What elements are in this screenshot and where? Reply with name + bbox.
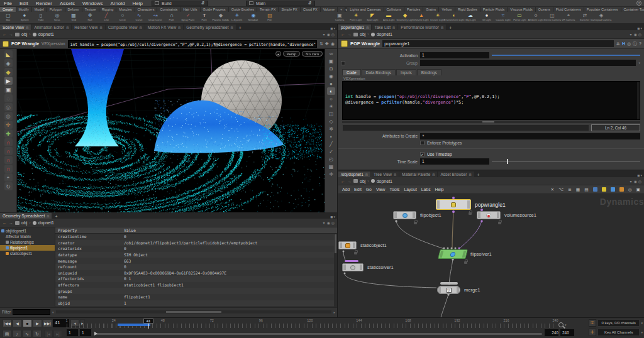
scene-main-dropdown[interactable]: Main ⇵	[246, 1, 315, 6]
help-icon[interactable]: ?	[639, 41, 641, 46]
code-hscrollbar[interactable]	[342, 121, 640, 123]
snap-grid-icon[interactable]: ∩	[4, 138, 13, 146]
net-wrench-icon[interactable]: ✕	[551, 187, 555, 192]
net-find-icon[interactable]: ◎	[628, 187, 632, 192]
close-tab-icon[interactable]: ⊠	[441, 26, 443, 30]
node-label-staticobject1[interactable]: staticobject1	[360, 243, 387, 248]
table-row[interactable]: creatoridx0	[55, 246, 337, 252]
folder-tab-data-bindings[interactable]: Data Bindings	[362, 69, 396, 75]
magnifier-icon[interactable]: ◎	[627, 41, 631, 46]
opbar-buttons[interactable]: ⇅✚◉	[319, 41, 335, 46]
snap-combo-icon[interactable]: ∩	[4, 165, 13, 173]
shelf-tool-platonic-solids[interactable]: ◆Platonic Solids	[213, 12, 229, 23]
shelf-tab-lights-and-cameras[interactable]: Lights and Cameras	[347, 7, 384, 12]
node-label-staticsolver1[interactable]: staticsolver1	[367, 264, 394, 270]
shelf-tool-gi-light[interactable]: ●GI Light	[479, 12, 495, 23]
shelf-tab-muscles[interactable]: Muscles	[116, 7, 135, 12]
shelf-tab-particle-fluids[interactable]: Particle Fluids	[480, 7, 508, 12]
node-label-flipobject1[interactable]: flipobject1	[420, 212, 441, 218]
shelf-tab-populate-containers[interactable]: Populate Containers	[584, 7, 621, 12]
shelf-tab-guide-process[interactable]: Guide Process	[201, 7, 229, 12]
timeline-zoom-widget[interactable]: ▾	[558, 320, 574, 329]
table-row[interactable]: nameflipobject1	[55, 294, 337, 300]
shelf-tab-container-tools[interactable]: Container Tools	[621, 7, 644, 12]
sceneview-tab-animation-editor[interactable]: Animation Editor⊠	[31, 25, 71, 30]
time-scale-field[interactable]: 1	[420, 158, 489, 165]
node-left-flag[interactable]	[438, 287, 441, 293]
snapshot-icon[interactable]: ▣	[327, 57, 335, 65]
code-vscrollbar[interactable]	[637, 82, 640, 119]
shelf-tab-rigid-bodies[interactable]: Rigid Bodies	[455, 7, 480, 12]
path-dopnet1[interactable]: dopnet1	[38, 221, 54, 225]
netmenu-view[interactable]: View	[376, 187, 386, 192]
range-end2-field[interactable]: 240	[560, 329, 574, 336]
shelf-tool-stereo-camera[interactable]: ◫Stereo Camera	[544, 12, 560, 23]
vex-code-editor[interactable]: int handle = pcopen("op:/obj/coll/diverg…	[342, 81, 640, 120]
stop-button[interactable]: ■	[23, 319, 32, 327]
enforce-prototypes-checkbox[interactable]	[420, 141, 425, 145]
shelf-tool-circle[interactable]: ○Circle	[114, 12, 131, 23]
gear-icon[interactable]: ✲	[616, 41, 620, 46]
path-dopnet1[interactable]: dopnet1	[38, 32, 54, 36]
close-tab-icon[interactable]: ⊠	[392, 26, 395, 30]
node-name-field[interactable]: popwrangle1	[382, 40, 614, 47]
column-property[interactable]: Property	[55, 228, 121, 232]
netmenu-edit[interactable]: Edit	[354, 187, 362, 192]
play-button[interactable]: ▶	[33, 319, 42, 327]
shelf-tab-guide-brushes[interactable]: Guide Brushes	[229, 7, 257, 12]
table-row[interactable]: objid1	[55, 300, 337, 307]
audio-toggle-button[interactable]: ♪	[13, 330, 21, 337]
close-tab-icon[interactable]: ⊠	[178, 26, 180, 30]
node-left-flag[interactable]	[478, 212, 480, 218]
shelf-tab-viscous-fluids[interactable]: Viscous Fluids	[508, 7, 535, 12]
node-left-flag[interactable]	[394, 212, 397, 218]
char-picker-icon[interactable]: ◴	[327, 155, 335, 163]
shelf-tab-volume[interactable]: Volume	[321, 7, 338, 12]
secure-selection-icon[interactable]: ▣	[4, 85, 13, 94]
shelf-tab-simple-fx[interactable]: Simple FX	[279, 7, 300, 12]
node-right-flag[interactable]	[457, 287, 459, 293]
prev-key-button[interactable]: |◂	[44, 330, 53, 337]
shelf-tab-fluid-containers[interactable]: Fluid Containers	[553, 7, 584, 12]
shelf-tab-texture[interactable]: Texture	[82, 7, 99, 12]
close-tab-icon[interactable]: ⊠	[66, 26, 69, 30]
select-prims-icon[interactable]: ◍	[4, 112, 13, 120]
table-row[interactable]: memusage663	[55, 258, 337, 264]
node-label-flipsolver1[interactable]: flipsolver1	[470, 251, 492, 257]
help-icon[interactable]: ?	[636, 1, 641, 6]
shelf-tool-environment-light[interactable]: ◐Environment Light	[446, 12, 462, 23]
tree-item-relationships[interactable]: Relationships	[0, 239, 55, 245]
transform-tool-icon[interactable]: ✚	[4, 129, 13, 138]
sceneview-tab-render-view[interactable]: Render View⊠	[72, 25, 104, 30]
desktop-build-dropdown[interactable]: Build ⇵	[152, 1, 208, 6]
shelf-tab-characters[interactable]: Characters	[135, 7, 158, 12]
shelf-tool-null[interactable]: ✛Null	[82, 12, 98, 23]
new-tab-button[interactable]: +	[236, 26, 244, 30]
show-points-icon[interactable]: ▪	[327, 133, 335, 140]
close-tab-icon[interactable]: ⊠	[432, 173, 435, 177]
params-tab-performance-monitor[interactable]: Performance Monitor⊠	[398, 25, 446, 30]
jump-end-button[interactable]: ▶▶|	[43, 319, 52, 327]
lighting-icon[interactable]: ◐	[327, 87, 335, 95]
activation-field[interactable]: 1	[420, 52, 489, 58]
close-tab-icon[interactable]: ⊠	[99, 26, 102, 30]
loop-mode-button[interactable]: ↻	[33, 330, 42, 337]
node-left-flag[interactable]	[340, 243, 342, 248]
net-notes-mixed-icon[interactable]	[611, 187, 615, 192]
shelf-tool-font[interactable]: TFont	[196, 12, 213, 23]
pathbar-tail-icons[interactable]: ▾ ◉ ◎	[630, 179, 641, 183]
select-mask-icon[interactable]: ◇	[327, 117, 335, 125]
select-edges-icon[interactable]: ◎	[4, 103, 13, 111]
shelf-tool-portal-light[interactable]: ▭Portal Light	[511, 12, 528, 23]
snap-point-icon[interactable]: ∩	[4, 156, 13, 164]
vexpression-inline-field[interactable]: int handle = pcopen("op:/obj/coll/diverg…	[68, 40, 317, 48]
shelf-tool-spot-light[interactable]: ◤Spot Light	[364, 12, 380, 23]
shelf-tool-torus[interactable]: ◎Torus	[49, 12, 65, 23]
table-row[interactable]: creator/obj/dopnet1/flipobject1/particle…	[55, 240, 337, 246]
net-grid2-icon[interactable]: ▤	[584, 187, 588, 192]
pane-corner-icons[interactable]: ◼ ▾	[330, 26, 337, 30]
node-right-flag[interactable]	[462, 251, 467, 258]
handles-tool-icon[interactable]: ✛	[4, 121, 13, 129]
close-tab-icon[interactable]: ⊠	[366, 26, 369, 30]
tree-item-staticobject1[interactable]: staticobject1	[0, 251, 55, 256]
